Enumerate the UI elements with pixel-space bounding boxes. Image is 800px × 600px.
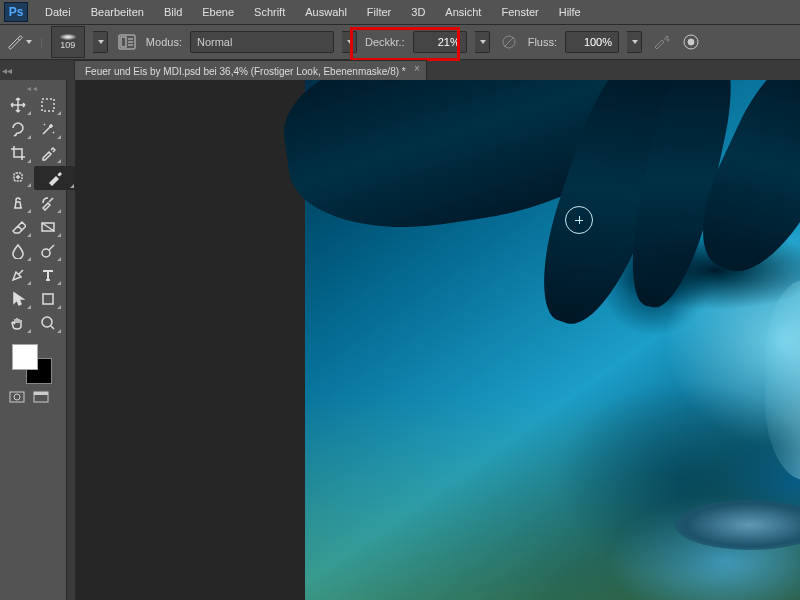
menu-edit[interactable]: Bearbeiten (82, 3, 153, 21)
svg-rect-7 (42, 99, 54, 111)
foreground-swatch[interactable] (12, 344, 38, 370)
airbrush-icon[interactable] (650, 31, 672, 53)
svg-point-14 (14, 394, 20, 400)
flow-dropdown[interactable] (627, 31, 642, 53)
svg-rect-16 (34, 392, 48, 395)
healing-brush-tool-icon[interactable] (4, 166, 32, 188)
menu-3d[interactable]: 3D (402, 3, 434, 21)
history-brush-tool-icon[interactable] (34, 192, 62, 214)
brush-panel-toggle-icon[interactable] (116, 31, 138, 53)
options-bar: | 109 Modus: Normal Deckkr.: 21% Fluss: … (0, 25, 800, 60)
menu-filter[interactable]: Filter (358, 3, 400, 21)
path-select-tool-icon[interactable] (4, 288, 32, 310)
panel-gutter (67, 80, 75, 600)
svg-point-3 (666, 36, 668, 38)
magic-wand-tool-icon[interactable] (34, 118, 62, 140)
menu-bar: Ps Datei Bearbeiten Bild Ebene Schrift A… (0, 0, 800, 25)
brush-size-value: 109 (60, 40, 75, 50)
eyedropper-tool-icon[interactable] (34, 142, 62, 164)
toolbox: ◂◂ (0, 80, 67, 600)
quickmask-icon[interactable] (8, 390, 26, 404)
blend-mode-dropdown[interactable] (342, 31, 357, 53)
move-tool-icon[interactable] (4, 94, 32, 116)
svg-point-10 (42, 249, 50, 257)
color-swatches[interactable] (12, 344, 52, 384)
brush-tool-icon[interactable] (34, 166, 76, 190)
svg-point-4 (667, 39, 669, 41)
app-logo[interactable]: Ps (4, 2, 28, 22)
document-dock: ◂◂ Feuer und Eis by MDI.psd bei 36,4% (F… (0, 60, 800, 80)
document-image (305, 80, 800, 600)
menu-file[interactable]: Datei (36, 3, 80, 21)
document-tab[interactable]: Feuer und Eis by MDI.psd bei 36,4% (Fros… (74, 60, 427, 80)
menu-window[interactable]: Fenster (492, 3, 547, 21)
blend-mode-select[interactable]: Normal (190, 31, 334, 53)
crop-tool-icon[interactable] (4, 142, 32, 164)
opacity-dropdown[interactable] (475, 31, 490, 53)
mode-label: Modus: (146, 36, 182, 48)
document-tab-title: Feuer und Eis by MDI.psd bei 36,4% (Fros… (85, 66, 406, 77)
close-tab-icon[interactable]: × (414, 63, 420, 74)
clone-stamp-tool-icon[interactable] (4, 192, 32, 214)
toolbox-handle-icon[interactable]: ◂◂ (0, 84, 66, 92)
pen-tool-icon[interactable] (4, 264, 32, 286)
lasso-tool-icon[interactable] (4, 118, 32, 140)
main-area: ◂◂ (0, 80, 800, 600)
flow-label: Fluss: (528, 36, 557, 48)
canvas-area[interactable] (75, 80, 800, 600)
screenmode-icon[interactable] (32, 390, 50, 404)
blend-mode-value: Normal (197, 36, 232, 48)
svg-point-12 (42, 317, 52, 327)
active-tool-brush-icon[interactable] (6, 30, 32, 54)
opacity-label: Deckkr.: (365, 36, 405, 48)
svg-point-6 (688, 39, 694, 45)
svg-rect-11 (43, 294, 53, 304)
pressure-opacity-icon[interactable] (498, 31, 520, 53)
menu-help[interactable]: Hilfe (550, 3, 590, 21)
dock-handle-icon[interactable]: ◂◂ (0, 60, 14, 80)
brush-cursor-icon (565, 206, 593, 234)
brush-preset-picker[interactable]: 109 (51, 26, 85, 58)
svg-rect-1 (121, 37, 126, 47)
brush-preset-dropdown[interactable] (93, 31, 108, 53)
type-tool-icon[interactable] (34, 264, 62, 286)
dodge-tool-icon[interactable] (34, 240, 62, 262)
menu-layer[interactable]: Ebene (193, 3, 243, 21)
marquee-tool-icon[interactable] (34, 94, 62, 116)
menu-type[interactable]: Schrift (245, 3, 294, 21)
menu-select[interactable]: Auswahl (296, 3, 356, 21)
zoom-tool-icon[interactable] (34, 312, 62, 334)
hand-tool-icon[interactable] (4, 312, 32, 334)
opacity-value: 21% (438, 36, 460, 48)
menu-image[interactable]: Bild (155, 3, 191, 21)
flow-value: 100% (584, 36, 612, 48)
flow-input[interactable]: 100% (565, 31, 619, 53)
menu-view[interactable]: Ansicht (436, 3, 490, 21)
blur-tool-icon[interactable] (4, 240, 32, 262)
shape-tool-icon[interactable] (34, 288, 62, 310)
eraser-tool-icon[interactable] (4, 216, 32, 238)
opacity-input[interactable]: 21% (413, 31, 467, 53)
gradient-tool-icon[interactable] (34, 216, 62, 238)
pressure-size-icon[interactable] (680, 31, 702, 53)
